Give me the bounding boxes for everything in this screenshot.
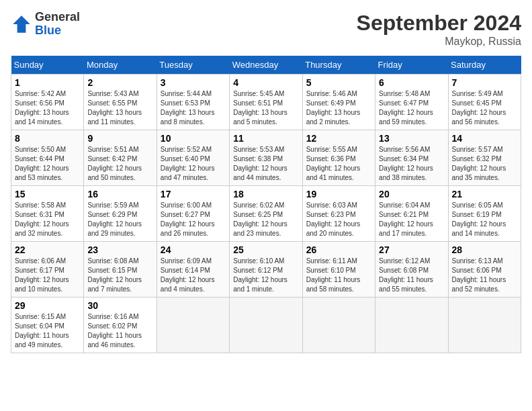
page-header: General Blue September 2024 Maykop, Russ… bbox=[11, 11, 521, 48]
day-cell-27: 27 Sunrise: 6:12 AM Sunset: 6:08 PM Dayl… bbox=[375, 242, 448, 298]
day-info: Sunrise: 6:08 AM Sunset: 6:15 PM Dayligh… bbox=[87, 257, 152, 294]
day-cell-19: 19 Sunrise: 6:03 AM Sunset: 6:23 PM Dayl… bbox=[302, 186, 375, 242]
day-number: 7 bbox=[452, 77, 517, 88]
day-cell-29: 29 Sunrise: 6:15 AM Sunset: 6:04 PM Dayl… bbox=[11, 298, 84, 353]
day-number: 2 bbox=[87, 77, 152, 88]
day-number: 30 bbox=[87, 300, 152, 311]
day-cell-14: 14 Sunrise: 5:57 AM Sunset: 6:32 PM Dayl… bbox=[448, 130, 521, 186]
day-number: 27 bbox=[379, 244, 444, 255]
day-cell-18: 18 Sunrise: 6:02 AM Sunset: 6:25 PM Dayl… bbox=[230, 186, 302, 242]
day-info: Sunrise: 6:13 AM Sunset: 6:06 PM Dayligh… bbox=[452, 257, 517, 294]
day-info: Sunrise: 5:43 AM Sunset: 6:55 PM Dayligh… bbox=[87, 89, 152, 127]
day-info: Sunrise: 5:50 AM Sunset: 6:44 PM Dayligh… bbox=[15, 145, 80, 183]
header-sunday: Sunday bbox=[11, 56, 84, 75]
day-cell-7: 7 Sunrise: 5:49 AM Sunset: 6:45 PM Dayli… bbox=[448, 75, 521, 130]
day-number: 1 bbox=[15, 77, 80, 88]
day-number: 9 bbox=[87, 133, 152, 144]
empty-cell bbox=[302, 298, 375, 353]
day-info: Sunrise: 5:42 AM Sunset: 6:56 PM Dayligh… bbox=[15, 89, 80, 127]
day-cell-11: 11 Sunrise: 5:53 AM Sunset: 6:38 PM Dayl… bbox=[230, 130, 302, 186]
day-info: Sunrise: 6:09 AM Sunset: 6:14 PM Dayligh… bbox=[161, 257, 226, 294]
week-row-5: 29 Sunrise: 6:15 AM Sunset: 6:04 PM Dayl… bbox=[11, 298, 521, 353]
week-row-2: 8 Sunrise: 5:50 AM Sunset: 6:44 PM Dayli… bbox=[11, 130, 521, 186]
day-cell-17: 17 Sunrise: 6:00 AM Sunset: 6:27 PM Dayl… bbox=[157, 186, 229, 242]
day-info: Sunrise: 6:10 AM Sunset: 6:12 PM Dayligh… bbox=[233, 257, 298, 294]
logo-blue: Blue bbox=[35, 24, 61, 37]
header-saturday: Saturday bbox=[448, 56, 521, 75]
day-cell-6: 6 Sunrise: 5:48 AM Sunset: 6:47 PM Dayli… bbox=[375, 75, 448, 130]
day-number: 21 bbox=[452, 189, 517, 199]
day-info: Sunrise: 6:03 AM Sunset: 6:23 PM Dayligh… bbox=[306, 201, 371, 238]
header-friday: Friday bbox=[375, 56, 448, 75]
day-number: 8 bbox=[15, 133, 80, 144]
day-number: 12 bbox=[306, 133, 371, 144]
day-cell-16: 16 Sunrise: 5:59 AM Sunset: 6:29 PM Dayl… bbox=[84, 186, 157, 242]
day-info: Sunrise: 5:59 AM Sunset: 6:29 PM Dayligh… bbox=[87, 201, 152, 238]
day-cell-28: 28 Sunrise: 6:13 AM Sunset: 6:06 PM Dayl… bbox=[448, 242, 521, 298]
day-info: Sunrise: 6:15 AM Sunset: 6:04 PM Dayligh… bbox=[15, 312, 80, 350]
day-info: Sunrise: 5:49 AM Sunset: 6:45 PM Dayligh… bbox=[452, 89, 517, 127]
day-cell-15: 15 Sunrise: 5:58 AM Sunset: 6:31 PM Dayl… bbox=[11, 186, 84, 242]
day-number: 20 bbox=[379, 189, 444, 199]
logo-general: General bbox=[35, 10, 80, 24]
day-cell-30: 30 Sunrise: 6:16 AM Sunset: 6:02 PM Dayl… bbox=[84, 298, 157, 353]
day-info: Sunrise: 5:45 AM Sunset: 6:51 PM Dayligh… bbox=[233, 89, 298, 127]
day-number: 4 bbox=[233, 77, 298, 88]
day-number: 6 bbox=[379, 77, 444, 88]
day-cell-24: 24 Sunrise: 6:09 AM Sunset: 6:14 PM Dayl… bbox=[157, 242, 229, 298]
day-info: Sunrise: 6:00 AM Sunset: 6:27 PM Dayligh… bbox=[161, 201, 226, 238]
day-number: 3 bbox=[161, 77, 226, 88]
day-number: 17 bbox=[161, 189, 226, 199]
day-cell-22: 22 Sunrise: 6:06 AM Sunset: 6:17 PM Dayl… bbox=[11, 242, 84, 298]
header-monday: Monday bbox=[84, 56, 157, 75]
day-number: 24 bbox=[161, 244, 226, 255]
day-number: 16 bbox=[87, 189, 152, 199]
day-info: Sunrise: 5:52 AM Sunset: 6:40 PM Dayligh… bbox=[161, 145, 226, 183]
day-cell-10: 10 Sunrise: 5:52 AM Sunset: 6:40 PM Dayl… bbox=[157, 130, 229, 186]
day-number: 11 bbox=[233, 133, 298, 144]
day-cell-20: 20 Sunrise: 6:04 AM Sunset: 6:21 PM Dayl… bbox=[375, 186, 448, 242]
day-cell-5: 5 Sunrise: 5:46 AM Sunset: 6:49 PM Dayli… bbox=[302, 75, 375, 130]
day-info: Sunrise: 6:16 AM Sunset: 6:02 PM Dayligh… bbox=[87, 312, 152, 350]
day-info: Sunrise: 6:06 AM Sunset: 6:17 PM Dayligh… bbox=[15, 257, 80, 294]
day-cell-3: 3 Sunrise: 5:44 AM Sunset: 6:53 PM Dayli… bbox=[157, 75, 229, 130]
weekday-header-row: Sunday Monday Tuesday Wednesday Thursday… bbox=[11, 56, 521, 75]
day-cell-23: 23 Sunrise: 6:08 AM Sunset: 6:15 PM Dayl… bbox=[84, 242, 157, 298]
calendar-table: Sunday Monday Tuesday Wednesday Thursday… bbox=[11, 56, 521, 353]
week-row-1: 1 Sunrise: 5:42 AM Sunset: 6:56 PM Dayli… bbox=[11, 75, 521, 130]
week-row-3: 15 Sunrise: 5:58 AM Sunset: 6:31 PM Dayl… bbox=[11, 186, 521, 242]
day-cell-4: 4 Sunrise: 5:45 AM Sunset: 6:51 PM Dayli… bbox=[230, 75, 302, 130]
header-tuesday: Tuesday bbox=[157, 56, 229, 75]
day-cell-26: 26 Sunrise: 6:11 AM Sunset: 6:10 PM Dayl… bbox=[302, 242, 375, 298]
day-info: Sunrise: 5:58 AM Sunset: 6:31 PM Dayligh… bbox=[15, 201, 80, 238]
empty-cell bbox=[448, 298, 521, 353]
title-block: September 2024 Maykop, Russia bbox=[357, 11, 521, 48]
day-info: Sunrise: 6:05 AM Sunset: 6:19 PM Dayligh… bbox=[452, 201, 517, 238]
day-info: Sunrise: 6:02 AM Sunset: 6:25 PM Dayligh… bbox=[233, 201, 298, 238]
day-info: Sunrise: 5:48 AM Sunset: 6:47 PM Dayligh… bbox=[379, 89, 444, 127]
logo-icon bbox=[11, 13, 32, 35]
svg-marker-0 bbox=[13, 15, 30, 33]
day-number: 5 bbox=[306, 77, 371, 88]
day-cell-2: 2 Sunrise: 5:43 AM Sunset: 6:55 PM Dayli… bbox=[84, 75, 157, 130]
day-number: 13 bbox=[379, 133, 444, 144]
empty-cell bbox=[157, 298, 229, 353]
week-row-4: 22 Sunrise: 6:06 AM Sunset: 6:17 PM Dayl… bbox=[11, 242, 521, 298]
day-cell-25: 25 Sunrise: 6:10 AM Sunset: 6:12 PM Dayl… bbox=[230, 242, 302, 298]
day-info: Sunrise: 6:12 AM Sunset: 6:08 PM Dayligh… bbox=[379, 257, 444, 294]
day-info: Sunrise: 6:04 AM Sunset: 6:21 PM Dayligh… bbox=[379, 201, 444, 238]
day-number: 28 bbox=[452, 244, 517, 255]
header-thursday: Thursday bbox=[302, 56, 375, 75]
month-year: September 2024 bbox=[357, 11, 521, 36]
day-cell-13: 13 Sunrise: 5:56 AM Sunset: 6:34 PM Dayl… bbox=[375, 130, 448, 186]
day-cell-21: 21 Sunrise: 6:05 AM Sunset: 6:19 PM Dayl… bbox=[448, 186, 521, 242]
day-number: 10 bbox=[161, 133, 226, 144]
day-cell-9: 9 Sunrise: 5:51 AM Sunset: 6:42 PM Dayli… bbox=[84, 130, 157, 186]
day-cell-8: 8 Sunrise: 5:50 AM Sunset: 6:44 PM Dayli… bbox=[11, 130, 84, 186]
location: Maykop, Russia bbox=[357, 36, 521, 48]
day-number: 25 bbox=[233, 244, 298, 255]
day-number: 26 bbox=[306, 244, 371, 255]
day-info: Sunrise: 6:11 AM Sunset: 6:10 PM Dayligh… bbox=[306, 257, 371, 294]
logo: General Blue bbox=[11, 11, 80, 38]
day-info: Sunrise: 5:57 AM Sunset: 6:32 PM Dayligh… bbox=[452, 145, 517, 183]
